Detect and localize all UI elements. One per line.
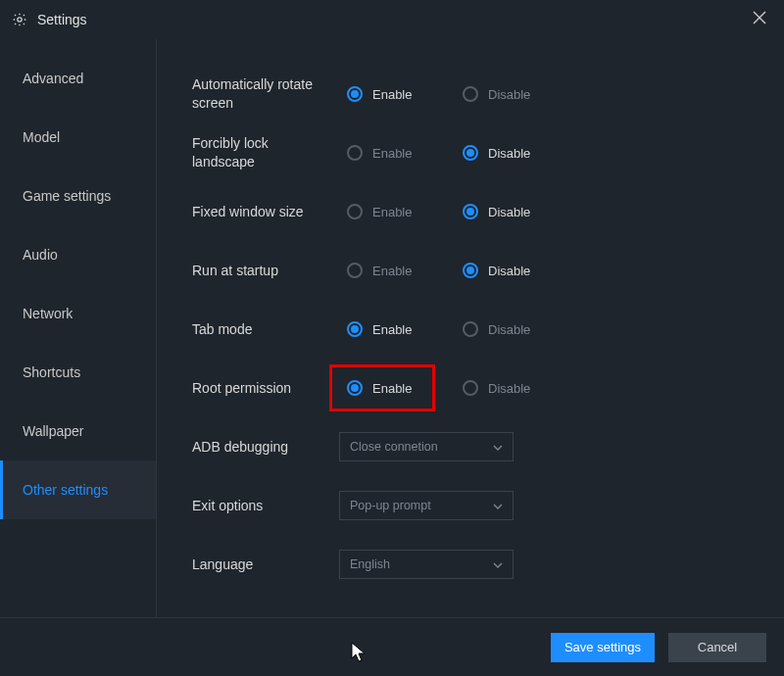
- select-language[interactable]: English: [339, 550, 514, 579]
- sidebar-item-other-settings[interactable]: Other settings: [0, 460, 156, 519]
- close-icon[interactable]: [747, 7, 772, 32]
- select-value: English: [350, 557, 390, 571]
- sidebar-item-shortcuts[interactable]: Shortcuts: [0, 343, 156, 402]
- select-value: Close connetion: [350, 440, 438, 454]
- setting-label: Fixed window size: [192, 203, 339, 221]
- setting-row-run_startup: Run at startupEnableDisable: [192, 241, 764, 300]
- footer: Save settings Cancel: [0, 617, 784, 676]
- setting-label: Language: [192, 555, 339, 574]
- chevron-down-icon: [493, 441, 503, 453]
- sidebar-item-label: Advanced: [23, 71, 83, 86]
- radio-label: Enable: [372, 205, 412, 219]
- radio-tab_mode-disable[interactable]: Disable: [455, 310, 570, 349]
- cancel-button[interactable]: Cancel: [668, 633, 766, 662]
- radio-circle-icon: [347, 380, 363, 396]
- radio-circle-icon: [347, 321, 363, 337]
- radio-circle-icon: [463, 380, 478, 396]
- setting-row-adb_debugging: ADB debuggingClose connetion: [192, 417, 764, 476]
- setting-row-exit_options: Exit optionsPop-up prompt: [192, 476, 764, 535]
- radio-label: Disable: [488, 205, 530, 219]
- setting-options: EnableDisable: [339, 310, 570, 349]
- radio-label: Enable: [372, 322, 412, 337]
- radio-root_permission-disable[interactable]: Disable: [455, 368, 570, 408]
- radio-circle-icon: [347, 204, 363, 219]
- content-panel: Automatically rotate screenEnableDisable…: [157, 39, 784, 617]
- titlebar: Settings: [0, 0, 784, 39]
- setting-label: Forcibly lock landscape: [192, 134, 339, 171]
- radio-circle-icon: [463, 145, 478, 161]
- setting-label: Exit options: [192, 497, 339, 515]
- sidebar-item-game-settings[interactable]: Game settings: [0, 167, 156, 225]
- window-title: Settings: [37, 12, 87, 27]
- radio-circle-icon: [347, 86, 363, 102]
- radio-auto_rotate-disable[interactable]: Disable: [455, 74, 570, 114]
- sidebar-item-audio[interactable]: Audio: [0, 225, 156, 284]
- sidebar-item-label: Other settings: [23, 482, 108, 498]
- sidebar-item-advanced[interactable]: Advanced: [0, 49, 156, 108]
- radio-label: Disable: [488, 87, 530, 102]
- radio-forcibly_lock-enable[interactable]: Enable: [339, 133, 455, 172]
- radio-label: Disable: [488, 146, 530, 161]
- sidebar-item-label: Model: [23, 129, 60, 145]
- setting-row-language: LanguageEnglish: [192, 535, 764, 594]
- svg-point-0: [18, 18, 22, 22]
- radio-label: Disable: [488, 381, 530, 396]
- setting-row-forcibly_lock: Forcibly lock landscapeEnableDisable: [192, 123, 764, 182]
- radio-circle-icon: [463, 321, 478, 337]
- sidebar-item-label: Wallpaper: [23, 423, 84, 439]
- radio-auto_rotate-enable[interactable]: Enable: [339, 74, 455, 114]
- setting-label: ADB debugging: [192, 438, 339, 457]
- radio-tab_mode-enable[interactable]: Enable: [339, 310, 455, 349]
- radio-fixed_window-disable[interactable]: Disable: [455, 192, 570, 231]
- setting-options: EnableDisable: [339, 74, 570, 114]
- gear-icon: [12, 12, 27, 27]
- radio-label: Disable: [488, 264, 530, 278]
- setting-row-root_permission: Root permissionEnableDisable: [192, 359, 764, 417]
- radio-label: Enable: [372, 146, 412, 161]
- radio-label: Enable: [372, 381, 412, 396]
- setting-options: EnableDisable: [339, 192, 570, 231]
- setting-label: Automatically rotate screen: [192, 75, 339, 113]
- sidebar: AdvancedModelGame settingsAudioNetworkSh…: [0, 39, 157, 617]
- radio-run_startup-enable[interactable]: Enable: [339, 251, 455, 290]
- chevron-down-icon: [493, 500, 503, 511]
- radio-circle-icon: [347, 263, 363, 278]
- sidebar-item-label: Game settings: [23, 188, 111, 204]
- setting-row-tab_mode: Tab modeEnableDisable: [192, 300, 764, 359]
- select-adb_debugging[interactable]: Close connetion: [339, 432, 514, 461]
- chevron-down-icon: [493, 558, 503, 570]
- sidebar-item-label: Shortcuts: [23, 364, 80, 380]
- radio-circle-icon: [347, 145, 363, 161]
- radio-root_permission-enable[interactable]: Enable: [339, 368, 455, 408]
- radio-circle-icon: [463, 263, 478, 278]
- sidebar-item-label: Network: [23, 306, 73, 321]
- setting-label: Run at startup: [192, 262, 339, 280]
- setting-row-fixed_window: Fixed window sizeEnableDisable: [192, 182, 764, 241]
- radio-run_startup-disable[interactable]: Disable: [455, 251, 570, 290]
- sidebar-item-wallpaper[interactable]: Wallpaper: [0, 402, 156, 460]
- save-button[interactable]: Save settings: [551, 633, 655, 662]
- sidebar-item-label: Audio: [23, 247, 58, 263]
- radio-fixed_window-enable[interactable]: Enable: [339, 192, 455, 231]
- setting-options: EnableDisable: [339, 251, 570, 290]
- sidebar-item-network[interactable]: Network: [0, 284, 156, 343]
- setting-label: Root permission: [192, 379, 339, 398]
- radio-label: Enable: [372, 264, 412, 278]
- radio-forcibly_lock-disable[interactable]: Disable: [455, 133, 570, 172]
- radio-label: Disable: [488, 322, 530, 337]
- select-value: Pop-up prompt: [350, 499, 431, 512]
- setting-row-auto_rotate: Automatically rotate screenEnableDisable: [192, 65, 764, 123]
- setting-options: EnableDisable: [339, 133, 570, 172]
- radio-label: Enable: [372, 87, 412, 102]
- radio-circle-icon: [463, 204, 478, 219]
- sidebar-item-model[interactable]: Model: [0, 108, 156, 167]
- setting-label: Tab mode: [192, 320, 339, 339]
- setting-options: EnableDisable: [339, 368, 570, 408]
- select-exit_options[interactable]: Pop-up prompt: [339, 491, 514, 520]
- radio-circle-icon: [463, 86, 478, 102]
